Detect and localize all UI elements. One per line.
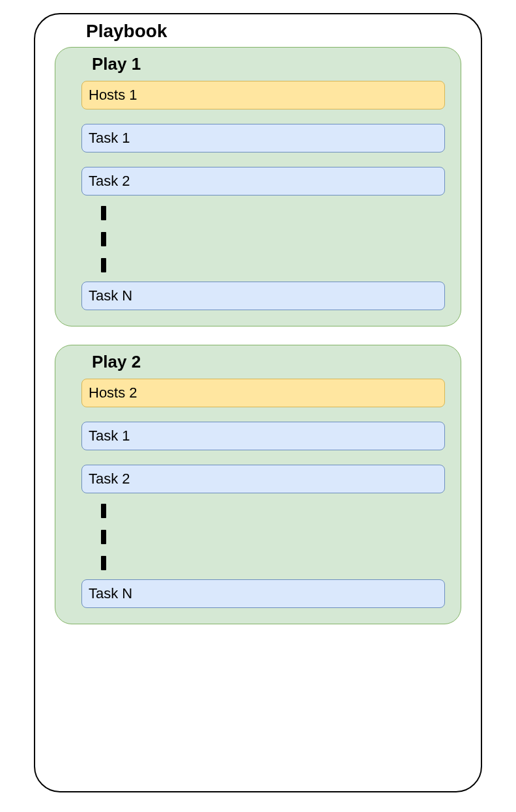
play-1-title: Play 1	[81, 54, 445, 74]
play-2-task-n: Task N	[81, 579, 445, 608]
play-1-task-1: Task 1	[81, 124, 445, 152]
play-2-title: Play 2	[81, 352, 445, 372]
play-2-hosts: Hosts 2	[81, 379, 445, 407]
play-1-ellipsis	[81, 206, 445, 272]
play-2-task-2: Task 2	[81, 465, 445, 493]
ellipsis-dot	[101, 232, 106, 246]
ellipsis-dot	[101, 206, 106, 220]
play-1-task-n: Task N	[81, 282, 445, 310]
ellipsis-dot	[101, 556, 106, 570]
play-2-container: Play 2 Hosts 2 Task 1 Task 2 Task N	[55, 345, 461, 624]
play-2-task-1: Task 1	[81, 422, 445, 450]
ellipsis-dot	[101, 504, 106, 518]
play-1-hosts: Hosts 1	[81, 81, 445, 109]
ellipsis-dot	[101, 530, 106, 544]
play-2-ellipsis	[81, 504, 445, 570]
play-1-container: Play 1 Hosts 1 Task 1 Task 2 Task N	[55, 47, 461, 326]
play-1-task-2: Task 2	[81, 167, 445, 196]
ellipsis-dot	[101, 258, 106, 272]
playbook-title: Playbook	[55, 21, 461, 42]
playbook-container: Playbook Play 1 Hosts 1 Task 1 Task 2 Ta…	[34, 13, 482, 792]
